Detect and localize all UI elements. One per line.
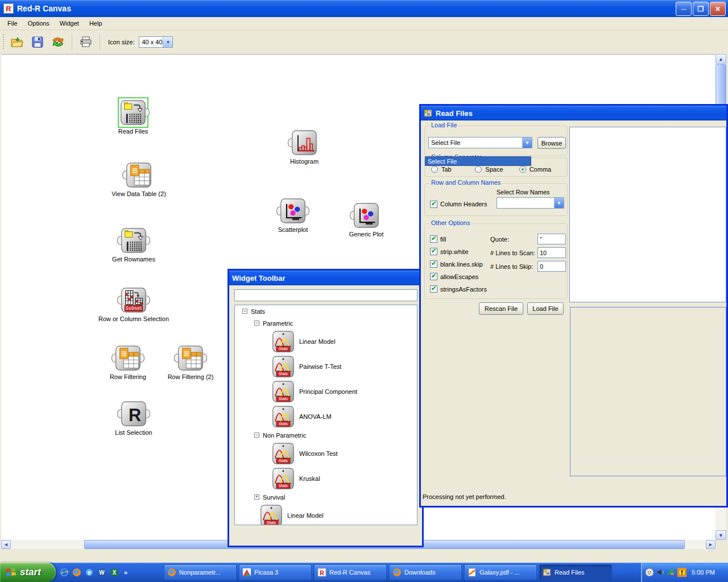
taskbar-button-picasa-3[interactable]: Picasa 3 bbox=[239, 564, 312, 580]
canvas-widget-scatterplot[interactable]: Scatterplot bbox=[280, 198, 305, 223]
output-connector[interactable] bbox=[146, 236, 150, 245]
scroll-up-icon[interactable]: ▲ bbox=[715, 54, 726, 64]
taskbar-button-nonparametr[interactable]: Nonparametr... bbox=[164, 564, 237, 580]
output-connector[interactable] bbox=[203, 354, 207, 363]
input-connector[interactable] bbox=[174, 354, 178, 363]
radio-tab[interactable] bbox=[431, 166, 438, 173]
internet-explorer-icon[interactable]: e bbox=[59, 567, 69, 577]
input-connector[interactable] bbox=[350, 211, 354, 220]
input-connector[interactable] bbox=[117, 296, 121, 305]
output-connector[interactable] bbox=[140, 354, 144, 363]
taskbar-button-downloads[interactable]: Downloads bbox=[389, 564, 462, 580]
alert-icon[interactable] bbox=[677, 568, 686, 577]
firefox-icon[interactable] bbox=[72, 567, 82, 577]
rescan-file-button[interactable]: Rescan File bbox=[479, 302, 523, 315]
checkbox-option-fill[interactable]: fill bbox=[430, 235, 446, 243]
reload-icon[interactable] bbox=[51, 35, 65, 49]
browser-icon[interactable]: e bbox=[84, 567, 94, 577]
canvas-widget-view-data-table-2[interactable]: View Data Table (2) bbox=[126, 163, 151, 188]
taskbar-button-red-r-canvas[interactable]: RRed-R Canvas bbox=[314, 564, 387, 580]
tree-category-parametric[interactable]: −Parametric bbox=[254, 317, 417, 329]
close-button[interactable]: ✕ bbox=[710, 2, 726, 16]
checkbox-option-allowescapes[interactable]: allowEscapes bbox=[430, 273, 478, 280]
field-input-lines-to-skip[interactable] bbox=[537, 261, 566, 272]
collapse-icon[interactable]: − bbox=[254, 433, 259, 438]
print-icon[interactable] bbox=[78, 35, 93, 49]
load-file-button[interactable]: Load File bbox=[527, 302, 564, 315]
checkbox-strip-white[interactable] bbox=[430, 248, 437, 255]
checkbox-blank-lines-skip[interactable] bbox=[430, 260, 437, 268]
field-input-lines-to-scan[interactable] bbox=[537, 247, 566, 258]
overflow-chevron-icon[interactable]: » bbox=[124, 569, 127, 576]
collapse-icon[interactable]: − bbox=[254, 321, 259, 326]
menu-item-file[interactable]: File bbox=[2, 18, 23, 28]
open-icon[interactable] bbox=[10, 35, 24, 49]
restore-button[interactable]: ❐ bbox=[693, 2, 709, 16]
canvas-widget-get-rownames[interactable]: Get Rownames bbox=[121, 228, 146, 253]
input-connector[interactable] bbox=[122, 171, 126, 180]
collapse-icon[interactable]: − bbox=[242, 309, 247, 314]
tree-category-stats[interactable]: −Stats bbox=[242, 305, 417, 317]
tree-category-survival[interactable]: +Survival bbox=[254, 491, 417, 503]
output-connector[interactable] bbox=[146, 409, 150, 418]
tree-widget-linear-model[interactable]: StatsLinear Model bbox=[272, 329, 417, 354]
word-icon[interactable]: W bbox=[97, 567, 107, 577]
checkbox-option-strip-white[interactable]: strip.white bbox=[430, 248, 469, 255]
scroll-down-icon[interactable]: ▼ bbox=[715, 530, 726, 540]
tree-widget-kruskal[interactable]: StatsKruskal bbox=[272, 466, 417, 491]
read-files-dialog[interactable]: Read Files Load File Select File ▼ Brows… bbox=[419, 104, 728, 508]
canvas-widget-read-files[interactable]: Read Files bbox=[121, 100, 146, 125]
taskbar-button-read-files[interactable]: Read Files bbox=[539, 564, 612, 580]
field-input-quote[interactable] bbox=[537, 234, 566, 244]
radio-space[interactable] bbox=[475, 166, 482, 173]
chevron-down-icon[interactable]: ▼ bbox=[522, 138, 532, 148]
icon-size-select[interactable]: 40 x 40 ▼ bbox=[139, 36, 173, 48]
tree-widget-anova-lm[interactable]: StatsANOVA-LM bbox=[272, 404, 417, 429]
widget-tree[interactable]: −Stats−Parametric StatsLinear Model Stat… bbox=[234, 305, 417, 525]
checkbox-option-blank-lines-skip[interactable]: blank.lines.skip bbox=[430, 260, 483, 268]
expand-icon[interactable]: + bbox=[254, 494, 259, 500]
radio-option-comma[interactable]: Comma bbox=[519, 166, 563, 173]
select-row-names-combobox[interactable]: ▼ bbox=[497, 197, 564, 209]
radio-option-tab[interactable]: Tab bbox=[431, 166, 475, 173]
canvas-widget-generic-plot[interactable]: Generic Plot bbox=[354, 203, 379, 228]
scroll-left-icon[interactable]: ◄ bbox=[1, 540, 11, 549]
menu-item-widget[interactable]: Widget bbox=[55, 18, 84, 28]
widget-toolbar-window[interactable]: Widget Toolbar −Stats−Parametric StatsLi… bbox=[228, 269, 424, 547]
tree-widget-wilcoxon-test[interactable]: StatsWilcoxon Test bbox=[272, 441, 417, 466]
tree-widget-pairwise-t-test[interactable]: StatsPairwise T-Test bbox=[272, 354, 417, 379]
checkbox-allowescapes[interactable] bbox=[430, 273, 437, 280]
canvas-widget-row-filtering-2[interactable]: Row Filtering (2) bbox=[178, 346, 203, 371]
checkbox-stringsasfactors[interactable] bbox=[430, 285, 437, 293]
excel-icon[interactable]: X bbox=[109, 567, 119, 577]
input-connector[interactable] bbox=[117, 409, 121, 418]
menu-item-help[interactable]: Help bbox=[84, 18, 107, 28]
canvas-widget-histogram[interactable]: Histogram bbox=[292, 130, 317, 155]
tree-widget-principal-component[interactable]: StatsPrincipal Component bbox=[272, 379, 417, 404]
radio-comma[interactable] bbox=[519, 166, 526, 173]
input-connector[interactable] bbox=[276, 206, 280, 215]
minimize-button[interactable]: ─ bbox=[676, 2, 692, 16]
scroll-right-icon[interactable]: ► bbox=[706, 540, 715, 549]
start-button[interactable]: start bbox=[0, 563, 56, 582]
column-headers-checkbox[interactable] bbox=[430, 201, 437, 208]
browse-button[interactable]: Browse bbox=[537, 137, 566, 149]
widget-toolbar-title-bar[interactable]: Widget Toolbar bbox=[229, 271, 422, 285]
widget-search-input[interactable] bbox=[234, 289, 417, 301]
checkbox-fill[interactable] bbox=[430, 235, 437, 243]
main-title-bar[interactable]: R Red-R Canvas ─ ❐ ✕ bbox=[0, 0, 728, 17]
output-connector[interactable] bbox=[146, 108, 150, 117]
output-connector[interactable] bbox=[146, 296, 150, 305]
messenger-icon[interactable] bbox=[645, 568, 654, 577]
chevron-down-icon[interactable]: ▼ bbox=[554, 198, 564, 208]
chevron-down-icon[interactable]: ▼ bbox=[163, 37, 172, 47]
canvas-widget-list-selection[interactable]: RList Selection bbox=[121, 401, 146, 426]
safely-remove-icon[interactable] bbox=[667, 568, 676, 577]
output-connector[interactable] bbox=[305, 206, 309, 215]
canvas-widget-row-or-column-selection[interactable]: SubsetRow or Column Selection bbox=[121, 288, 146, 313]
radio-option-space[interactable]: Space bbox=[475, 166, 519, 173]
read-files-title-bar[interactable]: Read Files bbox=[421, 106, 726, 120]
input-connector[interactable] bbox=[288, 138, 292, 147]
menu-item-options[interactable]: Options bbox=[23, 18, 55, 28]
checkbox-option-stringsasfactors[interactable]: stringsAsFactors bbox=[430, 285, 487, 293]
